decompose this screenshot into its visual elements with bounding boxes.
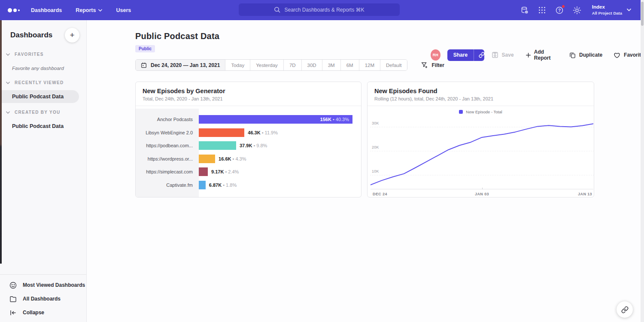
most-viewed-dashboards-button[interactable]: Most Viewed Dashboards — [0, 278, 86, 292]
scrollbar-thumb[interactable] — [641, 2, 644, 26]
card-subtitle: Rolling (12 hours), total, Dec 24th, 202… — [374, 96, 587, 101]
line-chart-svg — [371, 117, 593, 189]
add-report-label: Add Report — [534, 49, 558, 61]
save-button[interactable]: Save — [492, 52, 514, 58]
date-preset-yesterday[interactable]: Yesterday — [250, 60, 283, 70]
bar-value-label: 9.17K • 2.4% — [211, 169, 239, 174]
bar-value-label: 46.3K • 11.9% — [248, 130, 278, 135]
help-icon[interactable]: ? — [555, 6, 564, 15]
sidebar-item-public-podcast-data[interactable]: Public Podcast Data — [0, 90, 79, 103]
bar[interactable] — [199, 167, 208, 176]
nav-dashboards[interactable]: Dashboards — [31, 7, 62, 13]
project-name: Index — [592, 4, 622, 11]
card-new-episodes-by-generator: New Episodes by Generator Total, Dec 24t… — [135, 82, 361, 197]
chevron-down-icon — [627, 9, 631, 11]
bar-category-label: Libsyn WebEngine 2.0 — [136, 130, 199, 135]
filter-button[interactable]: Filter — [421, 62, 444, 68]
share-link-fab[interactable] — [617, 301, 633, 318]
footer-item-label: Most Viewed Dashboards — [23, 282, 85, 288]
link-icon — [479, 52, 484, 58]
navbar-right: ? Index All Project Data — [520, 0, 631, 20]
window-edge-artifact — [0, 20, 2, 264]
line-chart-plot[interactable]: 30K 20K 10K — [371, 117, 593, 189]
x-tick-jan13: JAN 13 — [578, 192, 592, 196]
smiley-icon — [9, 282, 17, 289]
chevron-down-icon — [98, 9, 102, 12]
settings-icon[interactable] — [573, 6, 581, 15]
date-preset-default[interactable]: Default — [380, 60, 407, 70]
notification-dot — [562, 5, 565, 8]
date-toolbar: Dec 24, 2020 — Jan 13, 2021 TodayYesterd… — [135, 59, 644, 71]
bar-row: https://podbean.com...37.9K • 9.8% — [136, 139, 361, 152]
header-actions: RH Share Save Add Report Duplicate — [431, 49, 644, 61]
project-switcher[interactable]: Index All Project Data — [592, 4, 631, 16]
sidebar-item-public-podcast-data-2[interactable]: Public Podcast Data — [0, 120, 86, 133]
section-label: CREATED BY YOU — [15, 110, 61, 115]
date-range-box: Dec 24, 2020 — Jan 13, 2021 TodayYesterd… — [135, 59, 407, 71]
x-axis-tick — [482, 188, 483, 189]
bar-category-label: https://podbean.com... — [136, 143, 199, 148]
share-button[interactable]: Share — [447, 49, 484, 61]
date-preset-12m[interactable]: 12M — [359, 60, 380, 70]
page-scrollbar[interactable] — [641, 0, 644, 322]
folder-icon — [9, 295, 17, 303]
chevron-down-icon — [6, 53, 10, 56]
avatar[interactable]: RH — [431, 49, 440, 61]
section-label: FAVORITES — [15, 52, 44, 57]
date-preset-30d[interactable]: 30D — [301, 60, 322, 70]
top-navbar: Dashboards Reports Users Search Dashboar… — [0, 0, 644, 20]
favorites-empty-text: Favorite any dashboard — [12, 66, 86, 71]
bar[interactable]: 156K • 40.3% — [199, 115, 352, 124]
bar[interactable] — [199, 141, 236, 150]
sidebar-section-recently-viewed[interactable]: RECENTLY VIEWED — [0, 80, 86, 85]
y-tick-10k: 10K — [372, 169, 379, 173]
share-label: Share — [447, 49, 474, 61]
save-icon — [492, 52, 498, 58]
data-definitions-icon[interactable] — [520, 6, 529, 15]
sidebar-section-created-by-you[interactable]: CREATED BY YOU — [0, 110, 86, 115]
search-icon — [274, 6, 280, 13]
sidebar: Dashboards + FAVORITES Favorite any dash… — [0, 20, 87, 322]
date-range-button[interactable]: Dec 24, 2020 — Jan 13, 2021 — [136, 60, 225, 70]
bar[interactable] — [199, 155, 215, 163]
search-placeholder: Search Dashboards & Reports ⌘K — [284, 7, 364, 13]
duplicate-button[interactable]: Duplicate — [569, 52, 602, 58]
card-title: New Episodes Found — [374, 88, 587, 94]
bar[interactable] — [199, 128, 244, 137]
duplicate-icon — [569, 52, 576, 58]
link-icon — [621, 306, 629, 313]
date-preset-7d[interactable]: 7D — [283, 60, 301, 70]
date-preset-today[interactable]: Today — [225, 60, 250, 70]
legend-swatch — [459, 110, 463, 114]
sidebar-section-favorites[interactable]: FAVORITES — [0, 52, 86, 57]
duplicate-label: Duplicate — [579, 52, 602, 58]
favorite-button[interactable]: Favorite — [614, 52, 644, 58]
share-link-segment[interactable] — [474, 49, 484, 61]
nav-reports[interactable]: Reports — [76, 7, 102, 13]
mixpanel-logo-icon[interactable] — [8, 8, 20, 12]
chart-legend[interactable]: New Episode - Total — [368, 109, 594, 114]
date-presets: TodayYesterday7D30D3M6M12MDefault — [225, 60, 407, 70]
x-axis: DEC 24 JAN 03 JAN 13 — [371, 189, 593, 197]
add-report-button[interactable]: Add Report — [526, 49, 558, 61]
bar-chart: Anchor Podcasts156K • 40.3%Libsyn WebEng… — [136, 109, 361, 197]
collapse-sidebar-button[interactable]: Collapse — [0, 306, 86, 319]
nav-users[interactable]: Users — [116, 7, 131, 13]
bar[interactable] — [199, 181, 206, 189]
date-preset-3m[interactable]: 3M — [322, 60, 340, 70]
all-dashboards-button[interactable]: All Dashboards — [0, 292, 86, 306]
legend-label: New Episode - Total — [466, 109, 502, 114]
chevron-down-icon — [6, 111, 10, 114]
bar-category-label: https://wordpress.or... — [136, 156, 199, 161]
bar-row: Anchor Podcasts156K • 40.3% — [136, 113, 361, 126]
svg-text:?: ? — [558, 8, 561, 12]
bar-row: https://wordpress.or...16.6K • 4.3% — [136, 152, 361, 166]
calendar-icon — [141, 62, 147, 68]
bar-category-label: Captivate.fm — [136, 182, 199, 188]
search-input[interactable]: Search Dashboards & Reports ⌘K — [239, 3, 400, 16]
bar-row: Libsyn WebEngine 2.046.3K • 11.9% — [136, 126, 361, 140]
x-tick-dec24: DEC 24 — [373, 192, 387, 196]
add-dashboard-button[interactable]: + — [65, 28, 79, 43]
apps-grid-icon[interactable] — [538, 6, 546, 14]
date-preset-6m[interactable]: 6M — [340, 60, 359, 70]
